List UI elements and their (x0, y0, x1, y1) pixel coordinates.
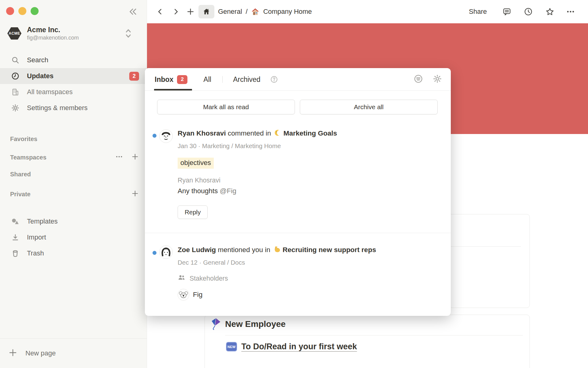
settings-gear-icon[interactable] (432, 74, 442, 85)
section-label: Private (10, 191, 31, 198)
plus-icon (8, 348, 17, 358)
add-teamspace-icon[interactable] (131, 153, 139, 162)
section-favorites[interactable]: Favorites (0, 134, 147, 144)
zoom-window-button[interactable] (31, 7, 39, 15)
avatar (159, 129, 173, 143)
avatar (159, 245, 173, 259)
more-options-icon[interactable] (566, 7, 575, 16)
notification-title: Zoe Ludwig mentioned you in Recruiting n… (178, 245, 376, 256)
share-button[interactable]: Share (469, 8, 487, 16)
sidebar-item-search[interactable]: Search (0, 52, 147, 68)
collapse-sidebar-icon[interactable] (127, 6, 139, 18)
minimize-window-button[interactable] (18, 7, 26, 15)
tab-inbox[interactable]: Inbox 2 (155, 75, 187, 84)
archive-all-button[interactable]: Archive all (300, 100, 438, 114)
page-link-row[interactable]: NEW To Do/Read in your first week (226, 342, 357, 351)
forward-icon[interactable] (172, 8, 180, 16)
section-label: Teamspaces (10, 154, 47, 161)
sidebar-item-templates[interactable]: Templates (0, 213, 147, 229)
reply-button[interactable]: Reply (178, 205, 208, 219)
updates-count-badge: 2 (129, 72, 139, 81)
clock-icon (9, 72, 21, 80)
mention[interactable]: @Fig (220, 187, 236, 195)
unread-dot (153, 134, 156, 138)
notion-window: ACME Acme Inc. fig@makenotion.com Search (0, 0, 588, 368)
card-title-divider (225, 335, 523, 335)
favorite-star-icon[interactable] (545, 7, 555, 17)
card-title: New Employee (225, 319, 286, 329)
notification-title: Ryan Khosravi commented in Marketing Goa… (178, 128, 337, 140)
target-page[interactable]: Recruiting new support reps (283, 246, 376, 254)
sidebar-item-import[interactable]: Import (0, 229, 147, 245)
sidebar-item-all-teamspaces[interactable]: All teamspaces (0, 84, 147, 100)
search-icon (9, 56, 21, 64)
tab-separator (222, 76, 223, 83)
gear-icon (9, 104, 21, 112)
section-shared[interactable]: Shared (0, 170, 147, 179)
help-icon[interactable] (270, 75, 278, 83)
sidebar: ACME Acme Inc. fig@makenotion.com Search (0, 0, 147, 368)
inbox-count-badge: 2 (177, 75, 187, 84)
back-icon[interactable] (156, 8, 164, 16)
target-page[interactable]: Marketing Goals (283, 129, 337, 137)
active-tab-underline (154, 89, 192, 90)
notification-divider (145, 233, 451, 233)
workspace-logo: ACME (7, 27, 21, 40)
sidebar-item-label: Templates (27, 217, 58, 225)
sidebar-nav: Search Updates 2 All teamspaces Setting (0, 52, 147, 116)
close-window-button[interactable] (6, 7, 14, 15)
new-page-button[interactable]: New page (0, 338, 147, 368)
breadcrumb-page[interactable]: Company Home (263, 8, 312, 16)
workspace-email: fig@makenotion.com (27, 34, 79, 41)
new-tab-icon[interactable] (186, 7, 195, 16)
workspace-name: Acme Inc. (27, 25, 79, 34)
window-controls (6, 7, 39, 15)
inbox-header: Inbox 2 All Archived (145, 68, 451, 91)
person-row: Fig (178, 289, 376, 301)
sidebar-item-label: Settings & members (27, 104, 88, 112)
chevron-up-down-icon[interactable] (124, 28, 133, 40)
inbox-actions: Mark all as read Archive all (157, 100, 438, 114)
property-row: Stakeholders (178, 274, 376, 283)
notification-body: Zoe Ludwig mentioned you in Recruiting n… (178, 245, 376, 301)
sidebar-item-label: All teamspaces (27, 88, 73, 96)
tab-all[interactable]: All (203, 75, 211, 84)
sidebar-item-updates[interactable]: Updates 2 (0, 68, 147, 84)
new-page-label: New page (25, 349, 56, 357)
person-name: Fig (193, 291, 202, 299)
topbar: General / Company Home Share (147, 0, 588, 23)
action-text: mentioned you in (216, 246, 272, 254)
sidebar-item-settings[interactable]: Settings & members (0, 100, 147, 116)
add-private-page-icon[interactable] (131, 190, 139, 199)
page-link[interactable]: To Do/Read in your first week (241, 342, 357, 351)
breadcrumb-root[interactable]: General (218, 8, 242, 16)
sidebar-sections: Favorites Teamspaces Shared Private (0, 134, 147, 208)
home-tab-button[interactable] (198, 5, 214, 18)
templates-icon (9, 217, 21, 226)
people-icon (178, 274, 186, 283)
history-icon[interactable] (524, 7, 533, 16)
crescent-moon-emoji (274, 129, 282, 140)
workspace-switcher[interactable]: ACME Acme Inc. fig@makenotion.com (7, 24, 140, 43)
sidebar-item-label: Search (27, 56, 48, 64)
section-private[interactable]: Private (0, 190, 147, 199)
section-teamspaces[interactable]: Teamspaces (0, 153, 147, 162)
tab-archived[interactable]: Archived (233, 75, 260, 84)
filter-icon[interactable] (413, 74, 423, 85)
mark-all-read-button[interactable]: Mark all as read (157, 100, 295, 114)
actor-name: Zoe Ludwig (178, 246, 216, 254)
sidebar-item-label: Trash (27, 249, 44, 257)
new-emoji: NEW (226, 342, 237, 351)
comments-icon[interactable] (502, 7, 511, 16)
comment-text: Any thoughts @Fig (178, 187, 337, 195)
sidebar-item-label: Import (27, 233, 46, 241)
comment-author: Ryan Khosravi (178, 177, 337, 184)
sidebar-item-trash[interactable]: Trash (0, 245, 147, 261)
section-label: Favorites (10, 136, 37, 143)
inbox-tools (413, 68, 442, 91)
more-icon[interactable] (115, 153, 123, 162)
section-label: Shared (10, 171, 31, 178)
actor-name: Ryan Khosravi (178, 129, 226, 137)
breadcrumb-separator: / (246, 8, 247, 16)
import-icon (9, 233, 21, 242)
